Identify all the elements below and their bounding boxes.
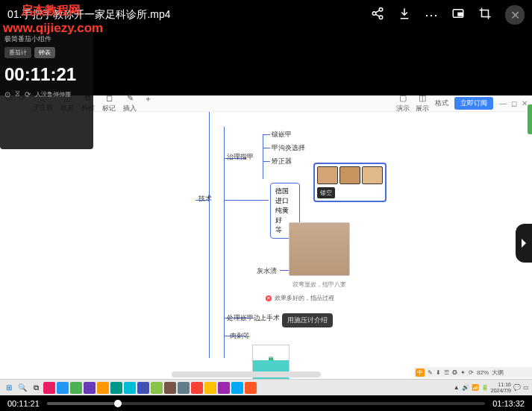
view-button[interactable]: ◫展示 [416, 93, 429, 113]
svg-line-3 [375, 10, 379, 12]
timer-display: 00:11:21 [4, 64, 89, 85]
close-button[interactable]: ✕ [505, 5, 525, 25]
tray-icon-2[interactable]: 🔊 [462, 384, 469, 391]
node-gray-nail[interactable]: 灰水渍 [254, 265, 280, 277]
crop-icon[interactable] [478, 7, 492, 24]
node-a2[interactable]: 甲沟炎选择 [269, 142, 308, 154]
close-window-icon[interactable]: ✕ [522, 99, 528, 107]
foot-image[interactable] [289, 222, 350, 276]
tray-notification-icon[interactable]: 💬 [513, 384, 521, 391]
app-icon-10[interactable] [164, 382, 176, 394]
app-icon-6[interactable] [110, 382, 122, 394]
more-icon[interactable]: ⋯ [425, 7, 438, 23]
taskbar-clock[interactable]: 11:16 2024/7/9 [491, 382, 511, 393]
search-icon[interactable]: 🔍 [16, 382, 28, 394]
timer-pause-icon[interactable]: ⧖ [15, 90, 20, 98]
app-icon-15[interactable] [231, 382, 243, 394]
pip-icon[interactable] [451, 7, 465, 24]
app-icon-3[interactable] [70, 382, 82, 394]
zoom-level[interactable]: 82% [477, 369, 489, 376]
app-icon-14[interactable] [218, 382, 230, 394]
node-root[interactable]: 技术 [195, 192, 215, 205]
svg-point-0 [379, 7, 383, 11]
watermark-text-1: 启杰教程网 [21, 3, 81, 19]
status-icon-6[interactable]: ⟳ [469, 369, 474, 376]
progress-fill [47, 402, 114, 405]
lang-indicator[interactable]: 中 [416, 368, 425, 377]
minimize-icon[interactable]: — [499, 99, 507, 107]
app-icon-11[interactable] [178, 382, 190, 394]
maximize-icon[interactable]: ◻ [511, 99, 517, 107]
taskview-icon[interactable]: ⧉ [30, 382, 42, 394]
app-icon-2[interactable] [57, 382, 69, 394]
warning-icon: ✕ [266, 295, 272, 301]
outline-label[interactable]: 大纲 [492, 368, 504, 377]
tray-desktop-icon[interactable]: ▭ [523, 384, 529, 391]
nail-caption: 镂空 [317, 187, 335, 198]
start-button[interactable]: ⊞ [3, 382, 15, 394]
total-time: 01:13:32 [492, 399, 525, 408]
app-icon-4[interactable] [84, 382, 96, 394]
format-button[interactable]: 格式 [435, 98, 448, 108]
windows-taskbar: ⊞ 🔍 ⧉ ▲ 🔊 📶 🔋 [0, 379, 532, 395]
timer-reset-icon[interactable]: ⟳ [25, 90, 31, 98]
mark-button[interactable]: ◻标记 [102, 93, 116, 113]
timer-tab-pomodoro[interactable]: 番茄计 [4, 47, 31, 58]
status-icon-3[interactable]: ☰ [444, 369, 449, 376]
app-icon-1[interactable] [43, 382, 55, 394]
horizontal-scrollbar[interactable] [172, 371, 321, 377]
tray-icon-1[interactable]: ▲ [454, 384, 460, 391]
app-icon-9[interactable] [151, 382, 163, 394]
nail-image-group[interactable]: 镂空 [313, 163, 387, 202]
tray-icon-4[interactable]: 🔋 [481, 384, 489, 391]
insert-button[interactable]: ✎插入 [123, 93, 137, 113]
next-chapter-handle[interactable] [516, 224, 532, 263]
timer-subtext: 人没鲁伸伸腰 [35, 90, 71, 98]
timer-tab-clock[interactable]: 钟表 [34, 47, 55, 58]
current-time: 00:11:21 [7, 399, 40, 408]
node-a1[interactable]: 镶嵌甲 [269, 128, 295, 141]
app-icon-7[interactable] [124, 382, 136, 394]
nail-image-2 [339, 166, 360, 184]
share-icon[interactable] [371, 7, 384, 24]
download-icon[interactable] [398, 7, 411, 24]
status-icon-1[interactable]: ✎ [428, 369, 433, 376]
app-icon-16[interactable] [245, 382, 257, 394]
tray-icon-3[interactable]: 📶 [472, 384, 479, 391]
svg-point-2 [379, 16, 383, 19]
add-button[interactable]: ＋ [144, 93, 152, 113]
dark-label[interactable]: 用施压讨介绍 [282, 313, 333, 327]
app-icon-13[interactable] [204, 382, 216, 394]
watermark-text-2: www.qijiezy.com [3, 21, 103, 36]
svg-point-1 [372, 11, 376, 15]
video-player-controls: 00:11:21 01:13:32 [0, 396, 532, 411]
present-button[interactable]: ▢演示 [396, 93, 410, 113]
green-side-handle[interactable] [528, 104, 532, 134]
node-sub[interactable]: 上手术 [257, 312, 283, 324]
subscribe-button[interactable]: 立即订阅 [454, 97, 493, 110]
svg-line-4 [375, 14, 379, 16]
video-content-area: ⟲ ⟳ ⎁子主题 ◫联系 ⧉外框 ◻标记 ✎插入 ＋ ▢演示 ◫展示 格式 立即… [0, 30, 532, 395]
mindmap-status-bar: 中 ✎ ⬇ ☰ ✪ ✦ ⟳ 82% 大纲 [414, 367, 532, 377]
node-gray-caption: 双弯显效，指甲八案 [290, 279, 349, 290]
app-icon-5[interactable] [97, 382, 109, 394]
app-icon-12[interactable] [191, 382, 203, 394]
svg-rect-6 [458, 13, 462, 16]
book-title: 甲外科学 [253, 345, 289, 360]
status-icon-2[interactable]: ⬇ [436, 369, 441, 376]
nail-image-1 [317, 166, 338, 184]
nail-image-3 [362, 166, 383, 184]
node-treat-nail[interactable]: 治理指甲 [224, 151, 257, 163]
status-icon-5[interactable]: ✦ [460, 369, 466, 376]
pomodoro-timer-widget[interactable]: 极简番茄小组件 番茄计 钟表 00:11:21 ⊙ ⧖ ⟳ 人没鲁伸伸腰 [0, 30, 93, 149]
box-line1: 德国进口 [275, 186, 295, 206]
progress-thumb[interactable] [114, 400, 122, 407]
warning-text: 效果多好的，指品过程 [275, 294, 334, 302]
app-icon-8[interactable] [137, 382, 149, 394]
node-white[interactable]: 肉刺等 [227, 330, 253, 342]
status-icon-4[interactable]: ✪ [452, 369, 457, 376]
progress-bar[interactable] [47, 402, 485, 405]
timer-play-icon[interactable]: ⊙ [4, 90, 10, 98]
node-a3[interactable]: 矫正器 [269, 155, 295, 168]
mindmap-canvas[interactable]: 技术 治理指甲 镶嵌甲 甲沟炎选择 矫正器 钉门 德国进口 纯黄好 等 [0, 112, 532, 379]
